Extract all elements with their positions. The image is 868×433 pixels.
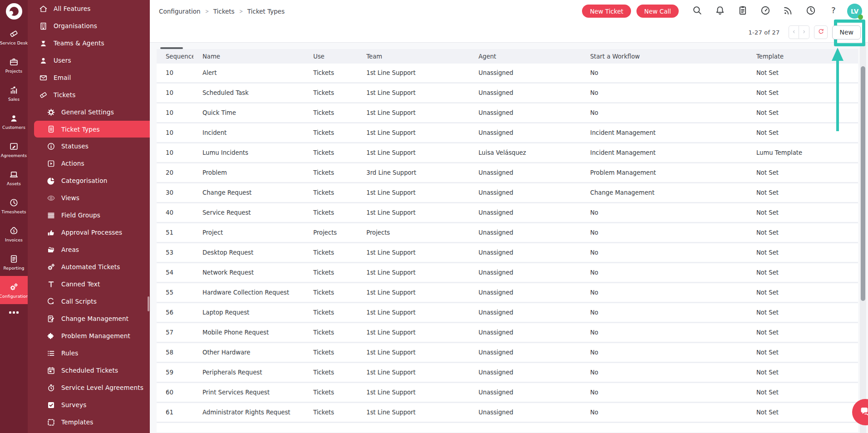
text-icon: [46, 280, 56, 289]
more-modules-icon[interactable]: [9, 311, 19, 314]
table-row[interactable]: 56Laptop RequestTickets1st Line SupportU…: [157, 303, 858, 323]
table-row[interactable]: 58Other HardwareTickets1st Line SupportU…: [157, 343, 858, 363]
breadcrumb-tickets[interactable]: Tickets: [213, 8, 235, 15]
sidebar-item-service-level-agreements[interactable]: Service Level Agreements: [28, 379, 150, 396]
refresh-button[interactable]: [814, 25, 828, 39]
table-cell: Mobile Phone Request: [193, 323, 304, 343]
table-row[interactable]: 51ProjectProjectsProjectsUnassignedNoNot…: [157, 223, 858, 243]
table-cell: Problem: [193, 163, 304, 183]
rail-item-sales[interactable]: Sales: [0, 79, 28, 107]
sidebar-item-surveys[interactable]: Surveys: [28, 396, 150, 413]
new-call-button[interactable]: New Call: [636, 5, 679, 18]
table-row[interactable]: 40Service RequestTickets1st Line Support…: [157, 203, 858, 223]
bell-button[interactable]: [709, 4, 731, 19]
sidebar-item-approval-processes[interactable]: Approval Processes: [28, 224, 150, 241]
sidebar-item-tickets[interactable]: Tickets: [28, 86, 150, 103]
next-page-button[interactable]: [799, 25, 809, 39]
svg-text:?: ?: [831, 5, 836, 15]
sidebar-item-areas[interactable]: Areas: [28, 241, 150, 258]
table-row[interactable]: 57Mobile Phone RequestTickets1st Line Su…: [157, 323, 858, 343]
gauge-button[interactable]: [754, 4, 777, 19]
table-row[interactable]: 30Change RequestTickets1st Line SupportU…: [157, 183, 858, 203]
sidebar-item-problem-management[interactable]: Problem Management: [28, 327, 150, 344]
clock-button[interactable]: [799, 4, 822, 19]
rail-item-timesheets[interactable]: Timesheets: [0, 192, 28, 220]
previous-page-button[interactable]: [789, 25, 799, 39]
clipboard-icon: [737, 5, 749, 18]
table-row[interactable]: 60Print Services RequestTickets1st Line …: [157, 383, 858, 403]
rail-item-projects[interactable]: Projects: [0, 51, 28, 79]
sidebar-item-statuses[interactable]: Statuses: [28, 138, 150, 155]
breadcrumb-configuration[interactable]: Configuration: [159, 8, 201, 15]
sidebar-item-email[interactable]: Email: [28, 69, 150, 86]
rail-items: Service DeskProjectsSalesCustomersAgreem…: [0, 23, 28, 304]
help-button[interactable]: ?: [822, 4, 845, 19]
rail-item-reporting[interactable]: Reporting: [0, 248, 28, 276]
table-cell: 58: [157, 343, 193, 363]
ticket-icon: [39, 90, 48, 100]
sidebar-item-change-management[interactable]: Change Management: [28, 310, 150, 327]
table-row[interactable]: 59Peripherals RequestTickets1st Line Sup…: [157, 363, 858, 383]
sidebar-scrollbar-thumb[interactable]: [148, 296, 149, 311]
halo-logo-icon[interactable]: [6, 3, 22, 20]
table-row[interactable]: 10IncidentTickets1st Line SupportUnassig…: [157, 123, 858, 143]
table-row[interactable]: 55Hardware Collection RequestTickets1st …: [157, 283, 858, 303]
sidebar-item-organisations[interactable]: Organisations: [28, 17, 150, 34]
table-cell: 1st Line Support: [357, 183, 469, 203]
rail-item-invoices[interactable]: $Invoices: [0, 220, 28, 248]
table-row[interactable]: 10Quick TimeTickets1st Line SupportUnass…: [157, 103, 858, 123]
sidebar-item-automated-tickets[interactable]: Automated Tickets: [28, 258, 150, 276]
table-cell: 10: [157, 103, 193, 123]
table-row[interactable]: 20ProblemTickets3rd Line SupportUnassign…: [157, 163, 858, 183]
search-button[interactable]: [686, 4, 709, 19]
table-cell: 1st Line Support: [357, 243, 469, 263]
topbar-icon-group: ?: [686, 4, 845, 19]
sidebar-item-users[interactable]: Users: [28, 52, 150, 69]
table-cell: Unassigned: [469, 103, 581, 123]
sidebar-item-field-groups[interactable]: Field Groups: [28, 207, 150, 224]
sidebar-item-teams-agents[interactable]: Teams & Agents: [28, 34, 150, 52]
online-status-dot: [858, 15, 863, 20]
new-ticket-type-button[interactable]: New: [832, 25, 861, 39]
table-cell: Not Set: [747, 383, 858, 403]
sidebar-item-templates[interactable]: Templates: [28, 413, 150, 431]
new-ticket-button[interactable]: New Ticket: [582, 5, 631, 18]
column-header-agent[interactable]: Agent: [469, 49, 581, 64]
column-header-team[interactable]: Team: [357, 49, 469, 64]
sidebar-item-rules[interactable]: Rules: [28, 344, 150, 362]
sidebar-item-call-scripts[interactable]: Call Scripts: [28, 293, 150, 310]
sidebar-item-scheduled-tickets[interactable]: Scheduled Tickets: [28, 362, 150, 379]
table-row[interactable]: 61Administrator Rights RequestTickets1st…: [157, 403, 858, 423]
table-row[interactable]: 54Network RequestTickets1st Line Support…: [157, 263, 858, 283]
clipboard-button[interactable]: [731, 4, 754, 19]
vertical-scrollbar[interactable]: [860, 43, 866, 433]
column-header-sequence[interactable]: Sequence: [157, 49, 193, 64]
avatar[interactable]: LV: [847, 4, 862, 19]
vertical-scrollbar-thumb[interactable]: [861, 66, 865, 301]
column-header-start-a-workflow[interactable]: Start a Workflow: [581, 49, 747, 64]
sidebar-item-general-settings[interactable]: General Settings: [28, 103, 150, 121]
column-header-name[interactable]: Name: [193, 49, 304, 64]
rail-item-customers[interactable]: Customers: [0, 107, 28, 135]
rss-button[interactable]: [777, 4, 799, 19]
breadcrumb-ticket-types[interactable]: Ticket Types: [247, 8, 285, 15]
sidebar-item-ticket-types[interactable]: Ticket Types: [34, 121, 150, 138]
rail-item-agreements[interactable]: Agreements: [0, 135, 28, 163]
sidebar-item-views[interactable]: Views: [28, 189, 150, 207]
table-row[interactable]: 10AlertTickets1st Line SupportUnassigned…: [157, 64, 858, 83]
sidebar-item-actions[interactable]: Actions: [28, 155, 150, 172]
column-header-use[interactable]: Use: [304, 49, 357, 64]
sidebar-item-all-features[interactable]: All Features: [28, 0, 150, 17]
table-row[interactable]: 10Lumu IncidentsTickets1st Line SupportL…: [157, 143, 858, 163]
column-header-template[interactable]: Template: [747, 49, 858, 64]
sidebar-item-canned-text[interactable]: Canned Text: [28, 276, 150, 293]
table-row[interactable]: 53Desktop RequestTickets1st Line Support…: [157, 243, 858, 263]
table-row[interactable]: 10Scheduled TaskTickets1st Line SupportU…: [157, 83, 858, 103]
table-cell: Lumu Incidents: [193, 143, 304, 163]
rail-item-assets[interactable]: Assets: [0, 163, 28, 192]
rail-item-configuration[interactable]: Configuration: [0, 276, 28, 304]
sidebar-item-categorisation[interactable]: Categorisation: [28, 172, 150, 189]
table-cell: Not Set: [747, 64, 858, 83]
rail-item-service-desk[interactable]: Service Desk: [0, 23, 28, 51]
table-cell: Not Set: [747, 403, 858, 423]
